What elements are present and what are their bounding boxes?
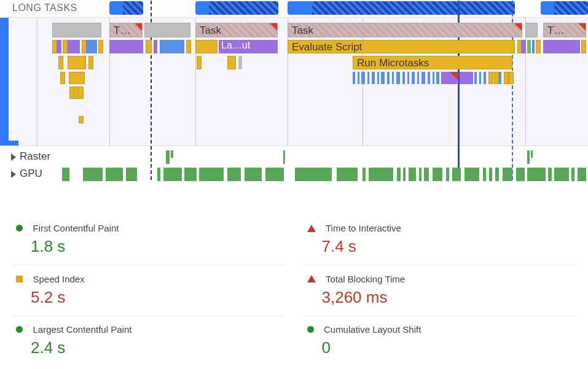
flame-block[interactable] (509, 72, 514, 84)
flame-block[interactable] (367, 72, 369, 84)
gpu-event[interactable] (199, 168, 224, 181)
flame-block[interactable] (521, 40, 526, 53)
flame-block[interactable] (154, 40, 157, 53)
flame-block[interactable] (358, 72, 359, 84)
flame-block[interactable] (69, 72, 85, 84)
task-block[interactable]: T… (109, 23, 143, 37)
flame-block-evaluate-script[interactable]: Evaluate Script (288, 40, 515, 53)
flame-block[interactable] (499, 72, 501, 84)
task-block[interactable] (144, 23, 190, 37)
metric-si[interactable]: Speed Index 5.2 s (12, 265, 285, 315)
gpu-event[interactable] (554, 168, 569, 181)
flame-block[interactable] (146, 40, 152, 53)
flame-block[interactable] (361, 72, 365, 84)
gpu-event[interactable] (578, 168, 586, 181)
flame-block[interactable] (58, 56, 63, 69)
flame-block[interactable] (460, 72, 473, 84)
long-task-bar[interactable] (288, 1, 515, 15)
gpu-event[interactable] (419, 168, 421, 181)
expand-icon[interactable] (11, 153, 16, 161)
flame-block[interactable] (387, 72, 390, 84)
task-block[interactable]: T… (543, 23, 586, 37)
gpu-event[interactable] (62, 168, 69, 181)
flame-block[interactable] (57, 40, 61, 53)
flame-block[interactable] (536, 40, 541, 53)
flame-block[interactable] (543, 40, 580, 53)
flame-block[interactable] (421, 72, 425, 84)
gpu-event[interactable] (106, 168, 123, 181)
flame-block[interactable] (377, 72, 379, 84)
gpu-event[interactable] (516, 168, 525, 181)
main-thread-flame-chart[interactable]: T… Task Task T… La…ut Evaluate Script (0, 17, 588, 146)
flame-block[interactable] (504, 72, 509, 84)
flame-block[interactable] (581, 40, 586, 53)
flame-block[interactable] (86, 40, 97, 53)
flame-block[interactable] (407, 72, 409, 84)
raster-event[interactable] (171, 150, 173, 158)
flame-block[interactable] (392, 72, 394, 84)
long-task-bar[interactable] (109, 1, 143, 15)
gpu-label[interactable]: GPU (11, 168, 42, 180)
flame-block[interactable] (195, 40, 218, 53)
flame-block[interactable] (227, 56, 236, 69)
gpu-event[interactable] (363, 168, 366, 181)
task-block[interactable] (52, 23, 101, 37)
flame-block[interactable] (353, 72, 355, 84)
flame-block[interactable] (63, 40, 68, 53)
raster-event[interactable] (531, 150, 533, 158)
flame-block[interactable] (109, 40, 143, 53)
gpu-event[interactable] (503, 168, 512, 181)
gpu-event[interactable] (397, 168, 401, 181)
gpu-event[interactable] (403, 168, 406, 181)
gpu-event[interactable] (157, 168, 160, 181)
gpu-event[interactable] (337, 168, 358, 181)
flame-block[interactable] (68, 56, 86, 69)
raster-track[interactable]: Raster (0, 149, 588, 166)
task-block[interactable]: Task (195, 23, 278, 37)
flame-block[interactable] (527, 40, 531, 53)
gpu-event[interactable] (424, 168, 429, 181)
gpu-event[interactable] (527, 168, 546, 181)
flame-block[interactable] (197, 56, 202, 69)
flame-block[interactable] (68, 40, 80, 53)
flame-block[interactable] (484, 72, 486, 84)
flame-block[interactable] (474, 72, 477, 84)
flame-block[interactable] (488, 72, 493, 84)
gpu-event[interactable] (295, 168, 332, 181)
flame-block[interactable] (238, 56, 242, 69)
gpu-event[interactable] (126, 168, 137, 181)
gpu-event[interactable] (489, 168, 492, 181)
flame-block[interactable] (186, 40, 191, 53)
gpu-event[interactable] (265, 168, 284, 181)
expand-icon[interactable] (11, 171, 16, 178)
raster-event[interactable] (283, 150, 285, 164)
long-task-bar[interactable] (541, 1, 588, 15)
gpu-event[interactable] (446, 168, 449, 181)
gpu-event[interactable] (369, 168, 393, 181)
flame-block[interactable] (372, 72, 375, 84)
flame-block[interactable] (98, 40, 103, 53)
flame-block[interactable] (428, 72, 430, 84)
gpu-track[interactable]: GPU (0, 166, 588, 183)
flame-block[interactable] (436, 72, 439, 84)
gpu-event[interactable] (184, 168, 197, 181)
gpu-event[interactable] (465, 168, 479, 181)
flame-block[interactable] (77, 87, 84, 99)
flame-block-run-microtasks[interactable]: Run Microtasks (353, 56, 512, 69)
gpu-event[interactable] (227, 168, 241, 181)
gpu-event[interactable] (83, 168, 103, 181)
flame-block[interactable] (402, 72, 405, 84)
gpu-event[interactable] (483, 168, 486, 181)
flame-block[interactable] (160, 40, 184, 53)
flame-block[interactable] (60, 72, 65, 84)
flame-block[interactable] (381, 72, 385, 84)
metric-tti[interactable]: Time to Interactive 7.4 s (304, 215, 576, 265)
flame-block[interactable] (417, 72, 419, 84)
task-block[interactable]: Task (288, 23, 522, 37)
gpu-event[interactable] (548, 168, 552, 181)
gpu-event[interactable] (495, 168, 499, 181)
flame-block[interactable] (88, 56, 93, 69)
gpu-event[interactable] (571, 168, 574, 181)
metric-tbt[interactable]: Total Blocking Time 3,260 ms (304, 265, 576, 315)
flame-block[interactable] (441, 72, 458, 84)
